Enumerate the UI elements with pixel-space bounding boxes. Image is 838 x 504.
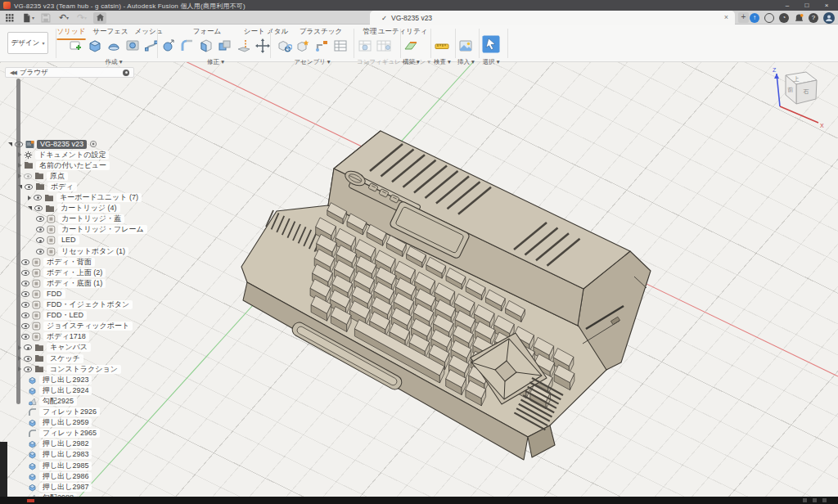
move-icon[interactable] <box>255 38 271 57</box>
help-icon[interactable]: ? <box>809 13 818 23</box>
tree-item-label[interactable]: FDD <box>43 290 65 299</box>
tree-item-label[interactable]: 押し出し2986 <box>39 472 92 481</box>
tree-item-label[interactable]: コンストラクション <box>47 365 121 374</box>
tree-item-label[interactable]: キャンバス <box>47 343 91 352</box>
hole-icon[interactable] <box>124 38 141 57</box>
tree-row[interactable]: 押し出し2923 <box>28 375 92 385</box>
maximize-button[interactable]: □ <box>797 0 817 11</box>
taskbar-tray-icon[interactable] <box>803 498 807 502</box>
tree-item-label[interactable]: ジョイスティックポート <box>43 322 133 331</box>
tree-row[interactable]: 押し出し2983 <box>28 450 92 460</box>
tree-item-label[interactable]: フィレット2965 <box>39 429 100 438</box>
tree-item-label[interactable]: カートリッジ・フレーム <box>58 225 147 234</box>
visibility-eye-icon[interactable] <box>34 205 43 211</box>
tree-item-label[interactable]: ボディ・底面 (1) <box>43 279 106 288</box>
tree-item-label[interactable]: 押し出し2987 <box>39 483 92 492</box>
tree-row[interactable]: 原点 <box>18 171 68 181</box>
construction-plane-icon[interactable] <box>403 38 419 57</box>
home-icon[interactable] <box>93 12 106 24</box>
measure-icon[interactable] <box>434 38 450 57</box>
tree-row[interactable]: 押し出し2987 <box>28 482 92 492</box>
as-built-joint-icon[interactable] <box>313 38 330 57</box>
visibility-eye-icon[interactable] <box>21 302 29 308</box>
tree-row[interactable]: ドキュメントの設定 <box>18 150 109 160</box>
tree-item-label[interactable]: FDD・LED <box>43 311 87 320</box>
redo-icon[interactable]: ↷▾ <box>75 12 88 24</box>
tree-item-label[interactable]: 押し出し2985 <box>39 461 92 470</box>
save-icon[interactable] <box>39 12 52 24</box>
tree-row[interactable]: ボディ・底面 (1) <box>21 278 106 288</box>
tree-row[interactable]: フィレット2926 <box>28 407 100 417</box>
activate-component-radio[interactable] <box>89 140 97 148</box>
tree-row[interactable]: FDD・LED <box>21 311 87 321</box>
tree-item-label[interactable]: リセットボタン (1) <box>58 247 128 256</box>
tree-row[interactable]: キャンバス <box>18 343 91 353</box>
tree-item-label[interactable]: 勾配2925 <box>39 397 77 406</box>
configuration-icon[interactable] <box>357 38 373 57</box>
ribbon-group-label[interactable]: 検査 ▾ <box>434 58 451 66</box>
tree-item-label[interactable]: 押し出し2982 <box>39 439 92 448</box>
tree-item-label[interactable]: ドキュメントの設定 <box>35 151 109 160</box>
tree-row[interactable]: FDD <box>21 289 65 299</box>
browser-scrollbar[interactable] <box>16 79 20 404</box>
profile-clock-icon[interactable]: ◔ <box>779 13 789 23</box>
tree-item-label[interactable]: 押し出し2923 <box>39 376 92 385</box>
joint-icon[interactable] <box>295 38 311 57</box>
minimize-button[interactable]: – <box>777 0 797 11</box>
tree-row[interactable]: ボディ・背面 <box>21 257 95 267</box>
taskbar-tray-icon[interactable] <box>822 498 827 502</box>
press-pull-icon[interactable] <box>160 38 177 57</box>
tree-row[interactable]: ボディ・上面 (2) <box>21 268 106 277</box>
tree-row[interactable]: FDD・イジェクトボタン <box>21 300 133 310</box>
collapse-arrow-icon[interactable] <box>28 206 32 210</box>
visibility-eye-icon[interactable] <box>21 281 29 286</box>
visibility-eye-icon[interactable] <box>36 227 44 232</box>
tree-row[interactable]: ジョイスティックポート <box>21 322 133 331</box>
visibility-eye-icon[interactable] <box>24 367 32 372</box>
tree-row[interactable]: ボディ <box>18 182 77 191</box>
collapse-arrow-icon[interactable] <box>8 142 12 146</box>
tree-row[interactable]: カートリッジ・蓋 <box>36 214 124 224</box>
tree-item-label[interactable]: 押し出し2983 <box>39 450 92 459</box>
tree-item-label[interactable]: フィレット2926 <box>39 407 100 416</box>
visibility-eye-icon[interactable] <box>36 237 44 243</box>
ribbon-group-label[interactable]: アセンブリ ▾ <box>276 58 349 66</box>
ribbon-group-label[interactable]: 挿入 ▾ <box>457 58 475 66</box>
tree-item-label[interactable]: ボディ・上面 (2) <box>43 268 106 277</box>
close-tab-icon[interactable]: × <box>724 13 728 21</box>
visibility-eye-icon[interactable] <box>21 313 29 318</box>
bom-table-icon[interactable] <box>332 38 349 57</box>
visibility-eye-icon[interactable] <box>24 356 32 362</box>
tree-item-label[interactable]: ボディ <box>47 182 77 191</box>
tree-row[interactable]: 押し出し2986 <box>28 471 92 481</box>
expand-arrow-icon[interactable] <box>28 196 31 200</box>
visibility-eye-icon[interactable] <box>21 270 29 276</box>
combine-icon[interactable] <box>217 38 233 57</box>
extensions-icon[interactable] <box>764 13 774 23</box>
tree-item-label[interactable]: VG-8235 v23 <box>37 140 87 149</box>
taskbar-app-indicator[interactable] <box>27 499 34 502</box>
undo-icon[interactable]: ↶▾ <box>57 12 70 24</box>
tree-row[interactable]: スケッチ <box>18 353 83 363</box>
tree-item-label[interactable]: 押し出し2924 <box>39 386 92 395</box>
new-tab-button[interactable]: + <box>738 12 749 23</box>
tree-item-label[interactable]: カートリッジ (4) <box>57 204 120 213</box>
split-body-icon[interactable] <box>236 38 252 57</box>
tree-row[interactable]: 勾配2925 <box>28 396 77 406</box>
visibility-eye-icon[interactable] <box>21 323 29 329</box>
ribbon-group-label[interactable]: 修正 ▾ <box>160 58 271 66</box>
tree-row[interactable]: 押し出し2924 <box>28 385 92 395</box>
document-tab[interactable]: ✓ VG-8235 v23 × <box>370 11 735 25</box>
visibility-eye-icon[interactable] <box>21 291 29 297</box>
file-icon[interactable]: ▾ <box>21 12 34 24</box>
tree-item-label[interactable]: FDD・イジェクトボタン <box>43 300 133 309</box>
user-avatar[interactable] <box>823 12 835 24</box>
tree-item-label[interactable]: 名前の付いたビュー <box>36 161 110 170</box>
box-icon[interactable] <box>87 38 103 57</box>
ribbon-group-label[interactable]: 選択 ▾ <box>481 58 501 66</box>
job-status-icon[interactable]: ↑ <box>750 13 759 23</box>
fillet-icon[interactable] <box>179 38 196 57</box>
tree-row[interactable]: 押し出し2959 <box>28 418 92 428</box>
shell-icon[interactable] <box>198 38 214 57</box>
tree-row[interactable]: カートリッジ (4) <box>28 204 120 214</box>
